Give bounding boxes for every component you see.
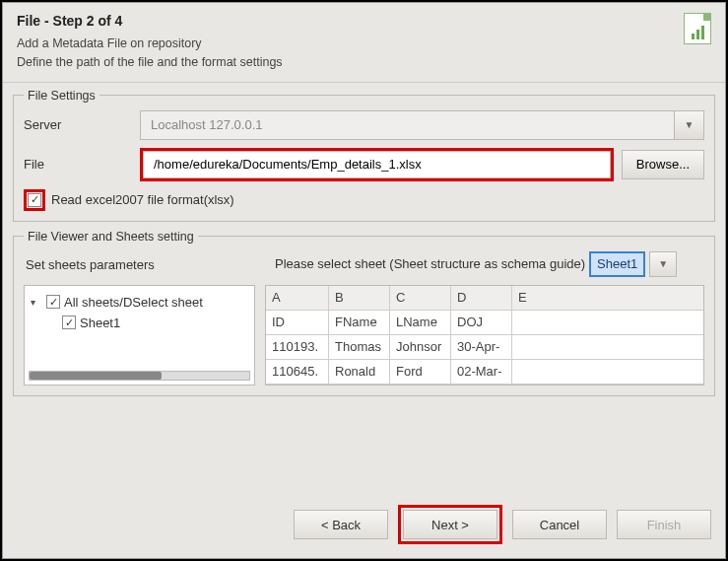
set-sheets-params-label: Set sheets parameters (26, 257, 255, 272)
tree-child-checkbox[interactable]: ✓ (62, 316, 76, 329)
header: File - Step 2 of 4 Add a Metadata File o… (3, 3, 725, 80)
header-divider (3, 82, 725, 83)
file-path-highlight (140, 148, 614, 181)
col-header[interactable]: B (329, 286, 390, 310)
cell (512, 360, 703, 384)
tree-child-row[interactable]: ✓ Sheet1 (31, 313, 248, 333)
tree-root-label: All sheets/DSelect sheet (64, 295, 203, 310)
cell: 30-Apr- (451, 335, 512, 359)
xlsx-checkbox-label: Read excel2007 file format(xlsx) (51, 192, 234, 207)
table-header-row: A B C D E (266, 286, 703, 311)
file-path-input[interactable] (143, 151, 611, 178)
cell: Thomas (329, 335, 390, 359)
server-label: Server (24, 117, 132, 132)
col-header[interactable]: A (266, 286, 329, 310)
spreadsheet-file-icon (684, 13, 711, 44)
cancel-button[interactable]: Cancel (512, 510, 607, 539)
col-header[interactable]: D (451, 286, 512, 310)
wizard-button-bar: < Back Next > Cancel Finish (294, 505, 711, 544)
subtitle-line-2: Define the path of the file and the form… (17, 53, 711, 72)
scrollbar-thumb[interactable] (30, 372, 162, 380)
xlsx-checkbox-highlight: ✓ (24, 189, 45, 211)
server-select-value: Localhost 127.0.0.1 (140, 110, 675, 140)
cell: Ford (390, 360, 451, 384)
browse-button[interactable]: Browse... (622, 150, 704, 179)
tree-root-row[interactable]: ▾ ✓ All sheets/DSelect sheet (31, 292, 248, 313)
cell: Ronald (329, 360, 390, 384)
select-sheet-label: Please select sheet (Sheet structure as … (275, 256, 585, 271)
cell (512, 311, 703, 334)
finish-button: Finish (617, 510, 711, 539)
cell: ID (266, 311, 329, 334)
tree-child-label: Sheet1 (80, 316, 120, 330)
file-settings-group: File Settings Server Localhost 127.0.0.1… (13, 89, 715, 222)
col-header[interactable]: C (390, 286, 451, 310)
sheet-tree[interactable]: ▾ ✓ All sheets/DSelect sheet ✓ Sheet1 (24, 285, 255, 386)
wizard-window: File - Step 2 of 4 Add a Metadata File o… (2, 2, 726, 559)
cell: Johnsor (390, 335, 451, 359)
table-row[interactable]: 110193. Thomas Johnsor 30-Apr- (266, 335, 703, 360)
file-viewer-group: File Viewer and Sheets setting Set sheet… (13, 230, 715, 396)
next-button-highlight: Next > (398, 505, 502, 544)
server-select[interactable]: Localhost 127.0.0.1 ▼ (140, 110, 704, 140)
chevron-down-icon[interactable]: ▼ (649, 251, 677, 277)
cell (512, 335, 703, 359)
file-label: File (24, 157, 132, 172)
file-settings-legend: File Settings (24, 89, 99, 103)
table-row[interactable]: 110645. Ronald Ford 02-Mar- (266, 360, 703, 385)
tree-root-checkbox[interactable]: ✓ (46, 295, 60, 309)
cell: LName (390, 311, 451, 334)
next-button[interactable]: Next > (403, 510, 497, 539)
col-header[interactable]: E (512, 286, 703, 310)
tree-expand-icon[interactable]: ▾ (31, 297, 42, 308)
cell: 110193. (266, 335, 329, 359)
chevron-down-icon[interactable]: ▼ (675, 110, 704, 140)
file-viewer-legend: File Viewer and Sheets setting (24, 230, 198, 244)
cell: 02-Mar- (451, 360, 512, 384)
sheet-select[interactable]: Sheet1 (589, 251, 645, 277)
xlsx-checkbox[interactable]: ✓ (28, 193, 41, 207)
horizontal-scrollbar[interactable] (29, 371, 250, 381)
subtitle-line-1: Add a Metadata File on repository (17, 35, 711, 53)
window-title: File - Step 2 of 4 (17, 13, 711, 29)
back-button[interactable]: < Back (294, 510, 388, 539)
preview-grid[interactable]: A B C D E ID FName LName DOJ 110193. Tho… (265, 285, 704, 386)
cell: DOJ (451, 311, 512, 334)
table-row[interactable]: ID FName LName DOJ (266, 311, 703, 335)
cell: 110645. (266, 360, 329, 384)
cell: FName (329, 311, 390, 334)
